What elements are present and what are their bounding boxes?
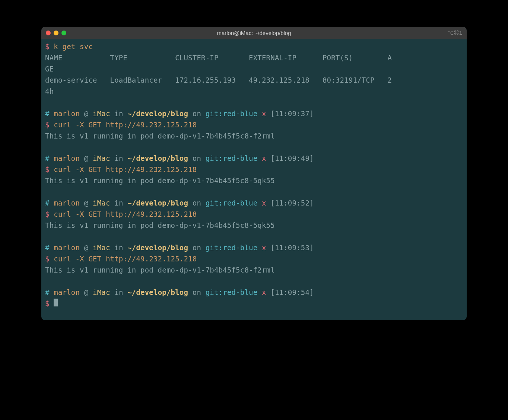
ps-on: on	[193, 109, 201, 118]
cell-name: demo-service	[45, 76, 97, 84]
cell-age-2: 4h	[45, 87, 54, 95]
prompt-symbol: $	[45, 42, 50, 51]
ps-user: marlon	[54, 154, 80, 162]
cell-external-ip: 49.232.125.218	[249, 76, 309, 84]
ps-host: iMac	[93, 288, 110, 296]
ps-at: @	[84, 244, 89, 252]
ps-at: @	[84, 154, 89, 162]
ps-hash: #	[45, 244, 50, 252]
table-header: NAME TYPE CLUSTER-IP EXTERNAL-IP PORT(S)…	[45, 54, 392, 62]
ps-on: on	[193, 244, 201, 252]
ps-time: [11:09:37]	[270, 109, 314, 118]
cursor-icon	[54, 299, 58, 306]
ps-branch: red-blue	[223, 288, 257, 296]
ps-user: marlon	[54, 244, 80, 252]
ps-path: ~/develop/blog	[127, 199, 188, 207]
ps-git: git:	[206, 154, 223, 162]
traffic-lights	[46, 31, 66, 35]
ps-git: git:	[206, 109, 223, 118]
prompt-symbol: $	[45, 165, 50, 174]
ps-path: ~/develop/blog	[127, 288, 188, 296]
ps-in: in	[114, 244, 123, 252]
col-name: NAME	[45, 54, 63, 62]
ps-host: iMac	[93, 109, 110, 118]
ps1-line: # marlon @ iMac in ~/develop/blog on git…	[45, 109, 314, 118]
ps-dirty-icon: x	[262, 288, 266, 296]
ps-branch: red-blue	[223, 109, 257, 118]
ps-dirty-icon: x	[262, 109, 266, 118]
ps-user: marlon	[54, 109, 80, 118]
window-title: marlon@iMac: ~/develop/blog	[217, 30, 291, 36]
ps-user: marlon	[54, 199, 80, 207]
ps1-line: # marlon @ iMac in ~/develop/blog on git…	[45, 288, 314, 296]
ps-git: git:	[206, 199, 223, 207]
close-icon[interactable]	[46, 31, 51, 35]
window-shortcut: ⌥⌘1	[447, 29, 462, 36]
ps-branch: red-blue	[223, 199, 257, 207]
ps-in: in	[114, 154, 123, 162]
col-ports: PORT(S)	[323, 54, 353, 62]
col-cluster-ip: CLUSTER-IP	[175, 54, 218, 62]
ps1-line: # marlon @ iMac in ~/develop/blog on git…	[45, 199, 314, 207]
col-external-ip: EXTERNAL-IP	[249, 54, 296, 62]
ps-hash: #	[45, 154, 50, 162]
ps-hash: #	[45, 199, 50, 207]
ps-host: iMac	[93, 244, 110, 252]
ps-git: git:	[206, 288, 223, 296]
cell-ports: 80:32191/TCP	[323, 76, 375, 84]
prompt-symbol: $	[45, 121, 50, 129]
ps-hash: #	[45, 109, 50, 118]
ps-time: [11:09:52]	[270, 199, 314, 207]
ps-in: in	[114, 109, 123, 118]
ps-git: git:	[206, 244, 223, 252]
prompt-symbol: $	[45, 255, 50, 263]
cell-age-1: 2	[388, 76, 392, 84]
col-age-2: GE	[45, 65, 54, 73]
ps-host: iMac	[93, 154, 110, 162]
cell-type: LoadBalancer	[110, 76, 162, 84]
ps-dirty-icon: x	[262, 199, 266, 207]
ps-on: on	[193, 288, 201, 296]
ps-time: [11:09:49]	[270, 154, 314, 162]
command-output: This is v1 running in pod demo-dp-v1-7b4…	[45, 132, 275, 140]
col-age-1: A	[388, 54, 392, 62]
ps-in: in	[114, 288, 123, 296]
command-text: curl -X GET http://49.232.125.218	[54, 165, 197, 174]
ps-time: [11:09:53]	[270, 244, 314, 252]
ps-branch: red-blue	[223, 154, 257, 162]
table-row: demo-service LoadBalancer 172.16.255.193…	[45, 76, 392, 84]
ps-hash: #	[45, 288, 50, 296]
prompt-symbol: $	[45, 210, 50, 218]
ps-path: ~/develop/blog	[127, 154, 188, 162]
ps-on: on	[193, 199, 201, 207]
ps-host: iMac	[93, 199, 110, 207]
maximize-icon[interactable]	[61, 31, 66, 35]
command-output: This is v1 running in pod demo-dp-v1-7b4…	[45, 221, 275, 229]
ps-in: in	[114, 199, 123, 207]
ps-path: ~/develop/blog	[127, 109, 188, 118]
ps-at: @	[84, 109, 89, 118]
terminal-body[interactable]: $ k get svc NAME TYPE CLUSTER-IP EXTERNA…	[41, 39, 467, 320]
minimize-icon[interactable]	[54, 31, 58, 35]
ps-user: marlon	[54, 288, 80, 296]
ps-dirty-icon: x	[262, 244, 266, 252]
col-type: TYPE	[110, 54, 128, 62]
command-text: curl -X GET http://49.232.125.218	[54, 121, 197, 129]
command-text: curl -X GET http://49.232.125.218	[54, 255, 197, 263]
titlebar: marlon@iMac: ~/develop/blog ⌥⌘1	[41, 27, 467, 39]
ps-path: ~/develop/blog	[127, 244, 188, 252]
ps1-line: # marlon @ iMac in ~/develop/blog on git…	[45, 154, 314, 162]
prompt-symbol: $	[45, 299, 50, 308]
command-text: curl -X GET http://49.232.125.218	[54, 210, 197, 218]
ps-time: [11:09:54]	[270, 288, 314, 296]
cell-cluster-ip: 172.16.255.193	[175, 76, 236, 84]
command-text: k get svc	[54, 42, 93, 51]
ps-at: @	[84, 288, 89, 296]
ps-at: @	[84, 199, 89, 207]
terminal-window: marlon@iMac: ~/develop/blog ⌥⌘1 $ k get …	[41, 27, 467, 320]
ps-dirty-icon: x	[262, 154, 266, 162]
command-output: This is v1 running in pod demo-dp-v1-7b4…	[45, 266, 275, 274]
ps1-line: # marlon @ iMac in ~/develop/blog on git…	[45, 244, 314, 252]
ps-branch: red-blue	[223, 244, 257, 252]
ps-on: on	[193, 154, 201, 162]
